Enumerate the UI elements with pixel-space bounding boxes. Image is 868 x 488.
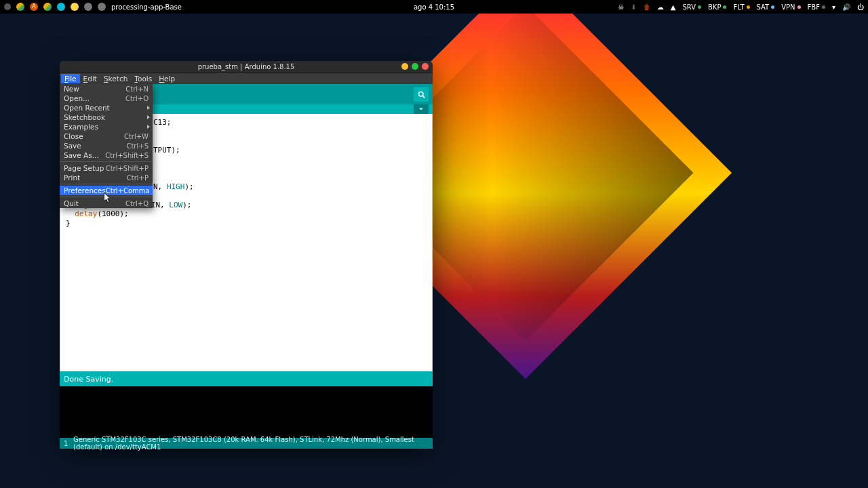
app-icon-yellow[interactable] — [71, 3, 79, 11]
board-info: Generic STM32F103C series, STM32F103C8 (… — [73, 436, 429, 451]
volume-icon[interactable]: 🔊 — [842, 3, 850, 11]
panel-clock[interactable]: ago 4 10:15 — [414, 3, 454, 11]
menu-item-label: Save — [64, 142, 81, 150]
search-icon — [417, 90, 426, 99]
menu-edit[interactable]: Edit — [80, 74, 100, 83]
menu-item-print[interactable]: PrintCtrl+P — [60, 173, 153, 182]
tray-icon-cloud[interactable]: ☁ — [657, 3, 664, 11]
processing-icon[interactable] — [98, 3, 106, 11]
indicator-srv[interactable]: SRV — [682, 3, 701, 11]
window-controls — [401, 63, 429, 70]
window-titlebar[interactable]: prueba_stm | Arduino 1.8.15 — [60, 61, 433, 73]
power-icon[interactable]: ⏻ — [857, 3, 864, 11]
maximize-button[interactable] — [412, 63, 418, 70]
wifi-icon[interactable]: ▾ — [832, 3, 835, 11]
menu-item-label: Quit — [64, 199, 79, 207]
status-bar: Done Saving. — [60, 371, 433, 386]
active-app-title[interactable]: processing-app-Base — [111, 3, 182, 11]
indicator-sat[interactable]: SAT — [757, 3, 775, 11]
tray-dot-1[interactable] — [4, 3, 11, 10]
chevron-down-icon — [418, 106, 424, 112]
arduino-window: prueba_stm | Arduino 1.8.15 File Edit Sk… — [60, 61, 433, 449]
menu-item-shortcut: Ctrl+Q — [125, 200, 149, 207]
console-output[interactable] — [60, 386, 433, 438]
panel-right: ☠ ⬇ 🗑 ☁ ▲ SRV BKP FLT SAT VPN FBF ▾ 🔊 ⏻ — [618, 3, 864, 11]
menu-item-label: Preferences — [64, 186, 106, 195]
code-line: delay(1000); — [66, 209, 427, 219]
monitor-icon[interactable]: A — [30, 3, 38, 11]
tray-icon-skull[interactable]: ☠ — [618, 3, 624, 11]
svg-line-1 — [422, 96, 425, 98]
chrome-icon-2[interactable] — [43, 3, 52, 11]
app-icon-grey[interactable] — [84, 3, 92, 11]
menu-item-label: Save As... — [64, 151, 99, 159]
menu-item-shortcut: Ctrl+Comma — [106, 187, 150, 195]
menu-item-save-as-[interactable]: Save As...Ctrl+Shift+S — [60, 150, 153, 160]
menu-item-save[interactable]: SaveCtrl+S — [60, 141, 153, 150]
menu-item-label: Page Setup — [64, 164, 104, 172]
indicator-flt[interactable]: FLT — [733, 3, 749, 11]
menu-item-quit[interactable]: QuitCtrl+Q — [60, 199, 153, 208]
menu-item-open-[interactable]: Open...Ctrl+O — [60, 94, 153, 103]
menu-item-shortcut: Ctrl+P — [127, 174, 149, 182]
menu-item-shortcut: Ctrl+N — [125, 85, 149, 93]
menu-item-sketchbook[interactable]: Sketchbook — [60, 113, 153, 122]
menu-item-label: Examples — [64, 123, 98, 131]
arduino-icon[interactable] — [57, 3, 65, 11]
menu-help[interactable]: Help — [155, 74, 178, 83]
svg-point-0 — [418, 92, 423, 96]
menu-item-label: Open Recent — [64, 104, 110, 112]
close-button[interactable] — [422, 63, 429, 70]
status-message: Done Saving. — [64, 375, 113, 384]
minimize-button[interactable] — [401, 63, 408, 70]
window-title: prueba_stm | Arduino 1.8.15 — [198, 63, 295, 70]
menu-bar: File Edit Sketch Tools Help — [60, 73, 433, 84]
footer-bar: 1 Generic STM32F103C series, STM32F103C8… — [60, 438, 433, 449]
menu-sketch[interactable]: Sketch — [100, 74, 131, 83]
file-menu-dropdown: NewCtrl+NOpen...Ctrl+OOpen RecentSketchb… — [60, 84, 153, 208]
menu-item-shortcut: Ctrl+Shift+S — [105, 152, 149, 159]
menu-item-label: Print — [64, 174, 80, 182]
code-line: } — [66, 219, 427, 228]
menu-item-open-recent[interactable]: Open Recent — [60, 103, 153, 113]
menu-item-label: Open... — [64, 94, 90, 102]
menu-item-shortcut: Ctrl+O — [125, 95, 149, 102]
indicator-fbf[interactable]: FBF — [808, 3, 825, 11]
menu-item-shortcut: Ctrl+S — [126, 142, 149, 150]
menu-item-close[interactable]: CloseCtrl+W — [60, 131, 153, 141]
menu-tools[interactable]: Tools — [131, 74, 155, 83]
chrome-icon[interactable] — [16, 3, 24, 11]
menu-item-preferences[interactable]: PreferencesCtrl+Comma — [60, 186, 153, 195]
indicator-bkp[interactable]: BKP — [708, 3, 726, 11]
menu-file[interactable]: File — [61, 74, 80, 83]
menu-item-examples[interactable]: Examples — [60, 122, 153, 131]
top-panel: A processing-app-Base ago 4 10:15 ☠ ⬇ 🗑 … — [0, 0, 868, 14]
tab-menu-button[interactable] — [414, 104, 429, 114]
line-number: 1 — [64, 440, 73, 447]
menu-item-label: Close — [64, 132, 83, 140]
menu-item-new[interactable]: NewCtrl+N — [60, 84, 153, 94]
menu-item-label: Sketchbook — [64, 113, 105, 121]
panel-left: A processing-app-Base — [4, 3, 182, 11]
menu-item-page-setup[interactable]: Page SetupCtrl+Shift+P — [60, 163, 153, 173]
tray-icon-download[interactable]: ⬇ — [631, 3, 636, 11]
serial-monitor-button[interactable] — [414, 87, 429, 102]
menu-item-label: New — [64, 85, 79, 93]
menu-item-shortcut: Ctrl+Shift+P — [106, 165, 149, 172]
menu-item-shortcut: Ctrl+W — [124, 133, 149, 140]
tray-icon-trash[interactable]: 🗑 — [644, 3, 650, 11]
indicator-vpn[interactable]: VPN — [781, 3, 800, 11]
tray-icon-notify[interactable]: ▲ — [671, 3, 676, 11]
